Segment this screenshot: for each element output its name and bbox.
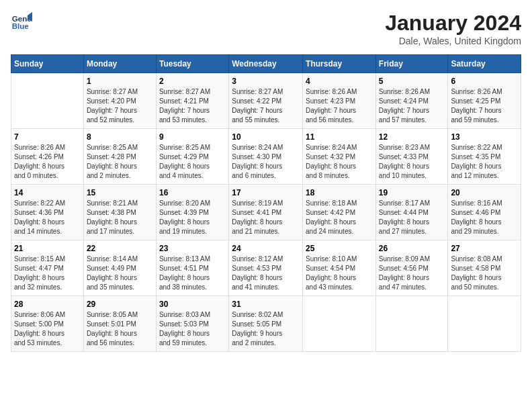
day-detail: Sunrise: 8:02 AM Sunset: 5:05 PM Dayligh… xyxy=(232,310,300,348)
logo: General Blue xyxy=(11,11,32,32)
calendar-table: SundayMondayTuesdayWednesdayThursdayFrid… xyxy=(11,54,521,352)
day-number: 16 xyxy=(159,188,226,197)
calendar-week-row: 21Sunrise: 8:15 AM Sunset: 4:47 PM Dayli… xyxy=(11,240,521,296)
day-number: 4 xyxy=(306,77,373,86)
calendar-cell: 26Sunrise: 8:09 AM Sunset: 4:56 PM Dayli… xyxy=(375,240,448,296)
day-number: 14 xyxy=(14,188,81,197)
calendar-cell: 10Sunrise: 8:24 AM Sunset: 4:30 PM Dayli… xyxy=(229,129,303,185)
calendar-cell: 11Sunrise: 8:24 AM Sunset: 4:32 PM Dayli… xyxy=(303,129,376,185)
day-detail: Sunrise: 8:14 AM Sunset: 4:49 PM Dayligh… xyxy=(87,255,153,292)
day-detail: Sunrise: 8:27 AM Sunset: 4:20 PM Dayligh… xyxy=(87,87,153,125)
calendar-week-row: 7Sunrise: 8:26 AM Sunset: 4:26 PM Daylig… xyxy=(11,129,521,185)
day-detail: Sunrise: 8:26 AM Sunset: 4:23 PM Dayligh… xyxy=(306,87,373,125)
day-detail: Sunrise: 8:22 AM Sunset: 4:35 PM Dayligh… xyxy=(451,143,518,181)
calendar-cell: 30Sunrise: 8:03 AM Sunset: 5:03 PM Dayli… xyxy=(156,296,228,352)
calendar-cell: 21Sunrise: 8:15 AM Sunset: 4:47 PM Dayli… xyxy=(11,240,84,296)
calendar-cell: 18Sunrise: 8:18 AM Sunset: 4:42 PM Dayli… xyxy=(303,185,376,240)
day-number: 8 xyxy=(87,132,153,142)
day-detail: Sunrise: 8:19 AM Sunset: 4:41 PM Dayligh… xyxy=(232,199,300,236)
day-number: 27 xyxy=(451,244,518,253)
day-number: 15 xyxy=(87,188,153,197)
calendar-cell: 8Sunrise: 8:25 AM Sunset: 4:28 PM Daylig… xyxy=(83,129,156,185)
calendar-cell: 13Sunrise: 8:22 AM Sunset: 4:35 PM Dayli… xyxy=(448,129,521,185)
day-number: 7 xyxy=(14,132,81,142)
day-detail: Sunrise: 8:26 AM Sunset: 4:24 PM Dayligh… xyxy=(379,87,445,125)
day-detail: Sunrise: 8:25 AM Sunset: 4:28 PM Dayligh… xyxy=(87,143,153,181)
day-detail: Sunrise: 8:21 AM Sunset: 4:38 PM Dayligh… xyxy=(87,199,153,236)
calendar-cell: 7Sunrise: 8:26 AM Sunset: 4:26 PM Daylig… xyxy=(11,129,84,185)
calendar-cell: 15Sunrise: 8:21 AM Sunset: 4:38 PM Dayli… xyxy=(83,185,156,240)
day-detail: Sunrise: 8:05 AM Sunset: 5:01 PM Dayligh… xyxy=(87,310,153,348)
day-number: 23 xyxy=(159,244,226,253)
day-detail: Sunrise: 8:27 AM Sunset: 4:22 PM Dayligh… xyxy=(232,87,300,125)
day-number: 5 xyxy=(379,77,445,86)
calendar-cell: 9Sunrise: 8:25 AM Sunset: 4:29 PM Daylig… xyxy=(156,129,228,185)
day-number: 10 xyxy=(232,132,300,142)
day-number: 26 xyxy=(379,244,445,253)
day-detail: Sunrise: 8:13 AM Sunset: 4:51 PM Dayligh… xyxy=(159,255,226,292)
day-number: 19 xyxy=(379,188,445,197)
day-detail: Sunrise: 8:18 AM Sunset: 4:42 PM Dayligh… xyxy=(306,199,373,236)
calendar-cell: 5Sunrise: 8:26 AM Sunset: 4:24 PM Daylig… xyxy=(375,73,448,129)
calendar-cell: 14Sunrise: 8:22 AM Sunset: 4:36 PM Dayli… xyxy=(11,185,84,240)
day-number: 29 xyxy=(87,300,153,309)
page-header: General Blue January 2024 Dale, Wales, U… xyxy=(11,11,521,46)
day-detail: Sunrise: 8:23 AM Sunset: 4:33 PM Dayligh… xyxy=(379,143,445,181)
day-detail: Sunrise: 8:20 AM Sunset: 4:39 PM Dayligh… xyxy=(159,199,226,236)
weekday-header: Tuesday xyxy=(156,55,228,73)
day-detail: Sunrise: 8:15 AM Sunset: 4:47 PM Dayligh… xyxy=(14,255,81,292)
day-detail: Sunrise: 8:12 AM Sunset: 4:53 PM Dayligh… xyxy=(232,255,300,292)
calendar-cell: 1Sunrise: 8:27 AM Sunset: 4:20 PM Daylig… xyxy=(83,73,156,129)
location: Dale, Wales, United Kingdom xyxy=(385,36,521,46)
day-detail: Sunrise: 8:17 AM Sunset: 4:44 PM Dayligh… xyxy=(379,199,445,236)
calendar-cell: 24Sunrise: 8:12 AM Sunset: 4:53 PM Dayli… xyxy=(229,240,303,296)
calendar-cell xyxy=(11,73,84,129)
weekday-header: Monday xyxy=(83,55,156,73)
day-detail: Sunrise: 8:06 AM Sunset: 5:00 PM Dayligh… xyxy=(14,310,81,348)
calendar-cell: 27Sunrise: 8:08 AM Sunset: 4:58 PM Dayli… xyxy=(448,240,521,296)
day-detail: Sunrise: 8:24 AM Sunset: 4:30 PM Dayligh… xyxy=(232,143,300,181)
svg-text:Blue: Blue xyxy=(12,22,30,30)
weekday-header: Sunday xyxy=(11,55,84,73)
day-number: 12 xyxy=(379,132,445,142)
day-number: 17 xyxy=(232,188,300,197)
logo-icon: General Blue xyxy=(11,11,32,32)
day-number: 22 xyxy=(87,244,153,253)
calendar-cell: 3Sunrise: 8:27 AM Sunset: 4:22 PM Daylig… xyxy=(229,73,303,129)
day-number: 3 xyxy=(232,77,300,86)
day-detail: Sunrise: 8:03 AM Sunset: 5:03 PM Dayligh… xyxy=(159,310,226,348)
calendar-cell: 22Sunrise: 8:14 AM Sunset: 4:49 PM Dayli… xyxy=(83,240,156,296)
day-detail: Sunrise: 8:10 AM Sunset: 4:54 PM Dayligh… xyxy=(306,255,373,292)
calendar-cell: 4Sunrise: 8:26 AM Sunset: 4:23 PM Daylig… xyxy=(303,73,376,129)
day-detail: Sunrise: 8:09 AM Sunset: 4:56 PM Dayligh… xyxy=(379,255,445,292)
day-number: 11 xyxy=(306,132,373,142)
day-number: 6 xyxy=(451,77,518,86)
calendar-cell: 16Sunrise: 8:20 AM Sunset: 4:39 PM Dayli… xyxy=(156,185,228,240)
calendar-cell: 6Sunrise: 8:26 AM Sunset: 4:25 PM Daylig… xyxy=(448,73,521,129)
calendar-body: 1Sunrise: 8:27 AM Sunset: 4:20 PM Daylig… xyxy=(11,73,521,352)
day-number: 28 xyxy=(14,300,81,309)
calendar-cell: 25Sunrise: 8:10 AM Sunset: 4:54 PM Dayli… xyxy=(303,240,376,296)
day-detail: Sunrise: 8:27 AM Sunset: 4:21 PM Dayligh… xyxy=(159,87,226,125)
calendar-week-row: 28Sunrise: 8:06 AM Sunset: 5:00 PM Dayli… xyxy=(11,296,521,352)
calendar-cell: 31Sunrise: 8:02 AM Sunset: 5:05 PM Dayli… xyxy=(229,296,303,352)
day-detail: Sunrise: 8:16 AM Sunset: 4:46 PM Dayligh… xyxy=(451,199,518,236)
calendar-cell: 23Sunrise: 8:13 AM Sunset: 4:51 PM Dayli… xyxy=(156,240,228,296)
day-number: 18 xyxy=(306,188,373,197)
weekday-header-row: SundayMondayTuesdayWednesdayThursdayFrid… xyxy=(11,55,521,73)
day-detail: Sunrise: 8:22 AM Sunset: 4:36 PM Dayligh… xyxy=(14,199,81,236)
day-number: 20 xyxy=(451,188,518,197)
day-number: 30 xyxy=(159,300,226,309)
calendar-week-row: 1Sunrise: 8:27 AM Sunset: 4:20 PM Daylig… xyxy=(11,73,521,129)
calendar-cell: 17Sunrise: 8:19 AM Sunset: 4:41 PM Dayli… xyxy=(229,185,303,240)
day-number: 31 xyxy=(232,300,300,309)
calendar-week-row: 14Sunrise: 8:22 AM Sunset: 4:36 PM Dayli… xyxy=(11,185,521,240)
weekday-header: Thursday xyxy=(303,55,376,73)
day-number: 24 xyxy=(232,244,300,253)
calendar-cell: 12Sunrise: 8:23 AM Sunset: 4:33 PM Dayli… xyxy=(375,129,448,185)
day-number: 2 xyxy=(159,77,226,86)
weekday-header: Friday xyxy=(375,55,448,73)
calendar-header: SundayMondayTuesdayWednesdayThursdayFrid… xyxy=(11,55,521,73)
day-detail: Sunrise: 8:25 AM Sunset: 4:29 PM Dayligh… xyxy=(159,143,226,181)
calendar-cell xyxy=(448,296,521,352)
